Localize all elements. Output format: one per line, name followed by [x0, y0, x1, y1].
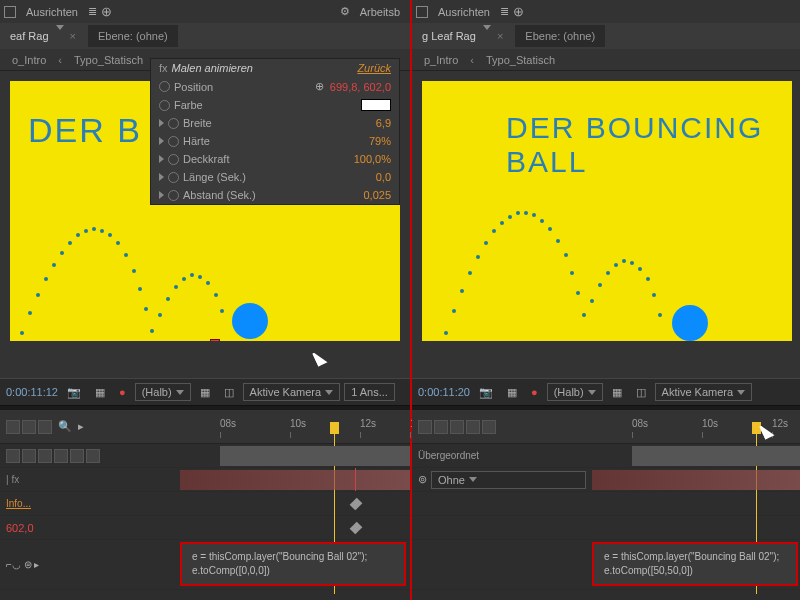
- layer-switches[interactable]: [418, 420, 496, 434]
- prop-harte-value[interactable]: 79%: [369, 135, 391, 147]
- reset-link[interactable]: Zurück: [357, 62, 391, 74]
- expand-icon[interactable]: [159, 173, 164, 181]
- work-area-bar[interactable]: [632, 446, 800, 466]
- subtab-typo[interactable]: Typo_Statisch: [478, 51, 563, 69]
- chevron-down-icon[interactable]: ≣: [88, 5, 97, 18]
- tab-layer[interactable]: Ebene: (ohne): [515, 25, 605, 47]
- gear-icon[interactable]: ⚙: [340, 5, 350, 18]
- graph-icon: [466, 420, 480, 434]
- prop-farbe-label: Farbe: [174, 99, 203, 111]
- channels-icon[interactable]: ●: [526, 384, 543, 400]
- region-icon[interactable]: ▦: [502, 384, 522, 401]
- stopwatch-icon[interactable]: [168, 118, 179, 129]
- stopwatch-icon[interactable]: [159, 100, 170, 111]
- stopwatch-icon[interactable]: [168, 172, 179, 183]
- grid-icon[interactable]: ▦: [195, 384, 215, 401]
- comp-tabs: eaf Rag × Ebene: (ohne): [0, 23, 410, 49]
- playhead[interactable]: [330, 422, 339, 434]
- layer-toggles[interactable]: [6, 449, 100, 463]
- mask-icon[interactable]: ◫: [219, 384, 239, 401]
- expression-box[interactable]: e = thisComp.layer("Bouncing Ball 02"); …: [180, 542, 406, 586]
- viewer-toolbar: 0:00:11:12 📷 ▦ ● (Halb) ▦ ◫ Aktive Kamer…: [0, 378, 410, 406]
- prop-abstand-label: Abstand (Sek.): [183, 189, 256, 201]
- expression-icon[interactable]: ⌐◡ ⊜ ▸: [6, 559, 39, 570]
- tab-layer[interactable]: Ebene: (ohne): [88, 25, 178, 47]
- expand-icon[interactable]: [159, 191, 164, 199]
- stopwatch-icon[interactable]: [159, 81, 170, 92]
- expand-icon[interactable]: [159, 137, 164, 145]
- nav-back-icon[interactable]: ‹: [58, 54, 62, 66]
- effect-properties-panel: fxMalen animierenZurück Position⊕699,8, …: [150, 58, 400, 205]
- search-icon[interactable]: 🔍: [58, 420, 72, 433]
- shy-icon[interactable]: ▸: [78, 420, 84, 433]
- shy-icon: [482, 420, 496, 434]
- nav-back-icon[interactable]: ‹: [470, 54, 474, 66]
- dropdown-icon[interactable]: [56, 25, 64, 42]
- crosshair-icon[interactable]: ⊕: [315, 80, 324, 93]
- close-icon[interactable]: ×: [497, 30, 503, 42]
- resolution-select[interactable]: (Halb): [135, 383, 191, 401]
- prop-position-value[interactable]: 699,8, 602,0: [330, 81, 391, 93]
- composition-viewer[interactable]: DER BOUNCING BALL: [412, 71, 800, 378]
- comp-tabs: g Leaf Rag × Ebene: (ohne): [412, 23, 800, 49]
- work-area-bar[interactable]: [220, 446, 410, 466]
- close-icon[interactable]: ×: [70, 30, 76, 42]
- chevron-down-icon[interactable]: ≣: [500, 5, 509, 18]
- checkbox-icon[interactable]: [416, 6, 428, 18]
- subtab-intro[interactable]: p_Intro: [416, 51, 466, 69]
- stopwatch-icon[interactable]: [168, 190, 179, 201]
- ball: [232, 303, 268, 339]
- expression-box[interactable]: e = thisComp.layer("Bouncing Ball 02"); …: [592, 542, 798, 586]
- pickwhip-icon[interactable]: ⊚: [418, 473, 427, 486]
- align-menu[interactable]: Ausrichten: [20, 4, 84, 20]
- anchor-icon[interactable]: ⊕: [513, 4, 524, 19]
- layer-handle[interactable]: [210, 339, 220, 341]
- stopwatch-icon[interactable]: [168, 136, 179, 147]
- cursor-icon: [762, 424, 778, 444]
- prop-harte-label: Härte: [183, 135, 210, 147]
- camera-select[interactable]: Aktive Kamera: [655, 383, 753, 401]
- effect-title: Malen animieren: [172, 62, 358, 74]
- anchor-icon[interactable]: ⊕: [101, 4, 112, 19]
- align-menu[interactable]: Ausrichten: [432, 4, 496, 20]
- keyframe-icon[interactable]: [350, 522, 363, 535]
- time-ruler[interactable]: 08s 10s 12s: [592, 418, 800, 442]
- stroke-path: [422, 81, 792, 341]
- tab-composition[interactable]: eaf Rag ×: [0, 25, 86, 47]
- timecode[interactable]: 0:00:11:12: [6, 386, 58, 398]
- subtab-intro[interactable]: o_Intro: [4, 51, 54, 69]
- workspace-menu[interactable]: Arbeitsb: [354, 4, 406, 20]
- prop-breite-label: Breite: [183, 117, 212, 129]
- layer-bar[interactable]: [592, 470, 800, 490]
- keyframe-icon[interactable]: [350, 498, 363, 511]
- expand-icon[interactable]: [159, 119, 164, 127]
- subtab-typo[interactable]: Typo_Statisch: [66, 51, 151, 69]
- channels-icon[interactable]: ●: [114, 384, 131, 400]
- tab-composition[interactable]: g Leaf Rag ×: [412, 25, 513, 47]
- prop-abstand-value[interactable]: 0,025: [363, 189, 391, 201]
- time-ruler[interactable]: 08s 10s 12s 14: [180, 418, 410, 442]
- dropdown-icon[interactable]: [483, 25, 491, 42]
- color-swatch[interactable]: [361, 99, 391, 111]
- views-select[interactable]: 1 Ans...: [344, 383, 395, 401]
- camera-select[interactable]: Aktive Kamera: [243, 383, 341, 401]
- coord-value[interactable]: 602,0: [6, 522, 34, 534]
- prop-deckkraft-value[interactable]: 100,0%: [354, 153, 391, 165]
- layer-bar[interactable]: [180, 470, 410, 490]
- resolution-select[interactable]: (Halb): [547, 383, 603, 401]
- checkbox-icon[interactable]: [4, 6, 16, 18]
- grid-icon[interactable]: ▦: [607, 384, 627, 401]
- motion-blur-icon: [54, 449, 68, 463]
- timecode[interactable]: 0:00:11:20: [418, 386, 470, 398]
- expand-icon[interactable]: [159, 155, 164, 163]
- stopwatch-icon[interactable]: [168, 154, 179, 165]
- snapshot-icon[interactable]: 📷: [62, 384, 86, 401]
- region-icon[interactable]: ▦: [90, 384, 110, 401]
- snapshot-icon[interactable]: 📷: [474, 384, 498, 401]
- layer-switches[interactable]: [6, 420, 52, 434]
- prop-lange-value[interactable]: 0,0: [376, 171, 391, 183]
- info-link[interactable]: Info...: [6, 498, 31, 509]
- parent-select[interactable]: Ohne: [431, 471, 586, 489]
- prop-breite-value[interactable]: 6,9: [376, 117, 391, 129]
- mask-icon[interactable]: ◫: [631, 384, 651, 401]
